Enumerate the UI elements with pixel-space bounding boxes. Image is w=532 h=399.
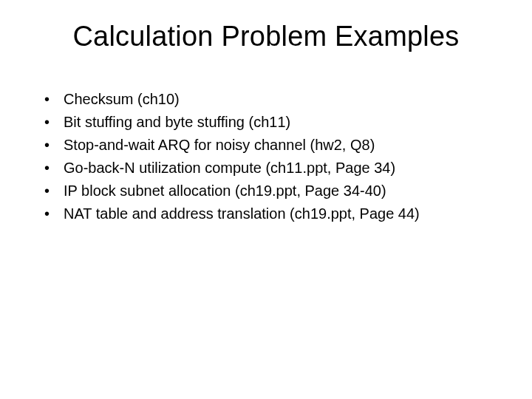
- bullet-icon: •: [43, 202, 64, 225]
- list-item: • Stop-and-wait ARQ for noisy channel (h…: [43, 134, 502, 157]
- slide-title: Calculation Problem Examples: [30, 21, 502, 52]
- list-item: • IP block subnet allocation (ch19.ppt, …: [43, 180, 502, 202]
- slide: Calculation Problem Examples • Checksum …: [0, 0, 532, 399]
- list-item: • Checksum (ch10): [43, 88, 502, 111]
- bullet-icon: •: [43, 180, 64, 202]
- bullet-list: • Checksum (ch10) • Bit stuffing and byt…: [30, 88, 502, 225]
- list-item: • Bit stuffing and byte stuffing (ch11): [43, 111, 502, 134]
- bullet-text: Go-back-N utilization compute (ch11.ppt,…: [64, 157, 395, 180]
- bullet-icon: •: [43, 157, 64, 180]
- bullet-text: Stop-and-wait ARQ for noisy channel (hw2…: [64, 134, 375, 157]
- bullet-icon: •: [43, 134, 64, 157]
- list-item: • Go-back-N utilization compute (ch11.pp…: [43, 157, 502, 180]
- bullet-icon: •: [43, 88, 64, 111]
- list-item: • NAT table and address translation (ch1…: [43, 202, 502, 225]
- bullet-text: NAT table and address translation (ch19.…: [64, 202, 420, 225]
- bullet-text: IP block subnet allocation (ch19.ppt, Pa…: [64, 180, 386, 202]
- bullet-text: Bit stuffing and byte stuffing (ch11): [64, 111, 290, 134]
- bullet-icon: •: [43, 111, 64, 134]
- bullet-text: Checksum (ch10): [64, 88, 180, 111]
